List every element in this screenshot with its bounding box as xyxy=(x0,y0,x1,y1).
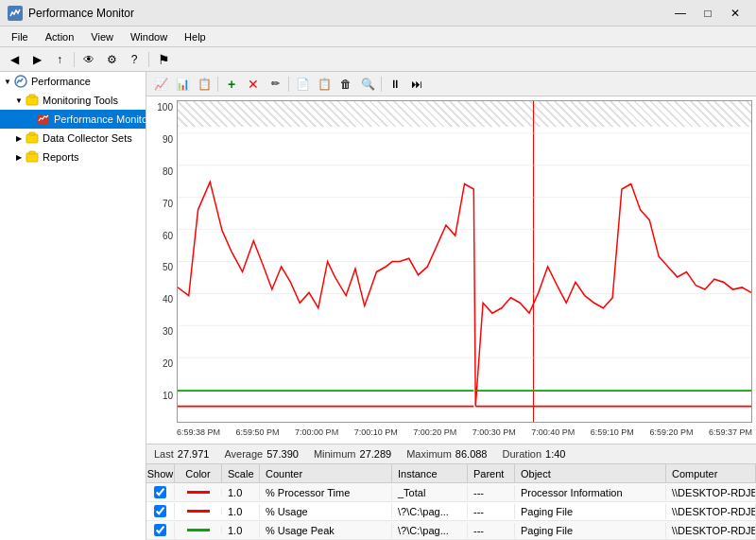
td-object-1: Processor Information xyxy=(515,485,666,500)
perf-monitor-icon xyxy=(36,112,51,127)
show-checkbox-2[interactable] xyxy=(154,505,166,517)
x-label-5: 7:00:30 PM xyxy=(472,427,516,437)
td-show-1[interactable] xyxy=(146,484,175,500)
th-parent: Parent xyxy=(468,464,515,482)
x-label-7: 6:59:10 PM xyxy=(591,427,634,437)
update-button[interactable]: ⏭ xyxy=(406,74,427,95)
sidebar-item-data-collector-sets[interactable]: ▶ Data Collector Sets xyxy=(0,129,146,148)
th-scale: Scale xyxy=(222,464,260,482)
table-header: Show Color Scale Counter Instance Parent… xyxy=(146,464,756,483)
menu-action[interactable]: Action xyxy=(38,29,82,44)
back-button[interactable]: ◀ xyxy=(4,49,25,70)
view-report-button[interactable]: 📋 xyxy=(194,74,215,95)
main-layout: ▼ Performance ▼ Monitoring Tools Perform… xyxy=(0,72,756,540)
zoom-button[interactable]: 🔍 xyxy=(357,74,378,95)
data-collector-icon xyxy=(25,131,40,146)
x-label-1: 6:59:50 PM xyxy=(236,427,280,437)
y-label-70: 70 xyxy=(163,199,173,209)
y-label-20: 20 xyxy=(163,358,173,369)
copy-button[interactable]: 📄 xyxy=(292,74,313,95)
color-swatch-2 xyxy=(187,510,210,513)
stats-bar: Last 27.971 Average 57.390 Minimum 27.28… xyxy=(146,444,756,464)
min-label: Minimum xyxy=(314,448,356,460)
td-counter-3: % Usage Peak xyxy=(260,523,392,538)
graph-area[interactable] xyxy=(177,100,752,423)
show-checkbox-3[interactable] xyxy=(154,524,166,536)
performance-graph xyxy=(178,101,751,422)
sidebar-item-performance-monitor[interactable]: Performance Monitor xyxy=(0,110,146,129)
minimize-button[interactable]: — xyxy=(667,4,694,23)
sidebar-label-performance: Performance xyxy=(31,76,91,87)
y-label-50: 50 xyxy=(163,262,173,272)
view-graph-button[interactable]: 📈 xyxy=(150,74,171,95)
expand-icon-dcs: ▶ xyxy=(13,132,25,144)
paste-button[interactable]: 📋 xyxy=(314,74,335,95)
table-row[interactable]: 1.0 % Processor Time _Total --- Processo… xyxy=(146,483,756,502)
svg-rect-2 xyxy=(29,95,35,97)
delete-counter-button[interactable]: ✕ xyxy=(243,74,264,95)
y-axis: 100 90 80 70 60 50 40 30 20 10 xyxy=(150,100,177,440)
x-label-2: 7:00:00 PM xyxy=(295,427,338,437)
highlight-button[interactable]: ✏ xyxy=(265,74,285,95)
table-row[interactable]: 1.0 % Usage \?\C:\pag... --- Paging File… xyxy=(146,502,756,521)
maximize-button[interactable]: □ xyxy=(695,4,721,23)
show-hide-button[interactable]: 👁 xyxy=(78,49,99,70)
table-row[interactable]: 1.0 % Usage Peak \?\C:\pag... --- Paging… xyxy=(146,521,756,540)
td-instance-3: \?\C:\pag... xyxy=(392,523,468,538)
color-swatch-3 xyxy=(187,529,210,531)
main-toolbar: ◀ ▶ ↑ 👁 ⚙ ? ⚑ xyxy=(0,47,756,72)
forward-button[interactable]: ▶ xyxy=(26,49,47,70)
x-label-9: 6:59:37 PM xyxy=(709,427,752,437)
reports-icon xyxy=(25,149,40,165)
add-counter-button[interactable]: + xyxy=(221,74,242,95)
sidebar-item-reports[interactable]: ▶ Reports xyxy=(0,148,146,166)
expand-icon-perf-monitor xyxy=(25,113,36,125)
td-computer-3: \\DESKTOP-RDJB6GG xyxy=(666,523,756,538)
td-parent-1: --- xyxy=(468,485,515,500)
dur-value: 1:40 xyxy=(545,448,565,460)
td-show-3[interactable] xyxy=(146,522,175,538)
menu-help[interactable]: Help xyxy=(177,29,214,44)
th-instance: Instance xyxy=(392,464,468,482)
window-controls: — □ ✕ xyxy=(667,4,748,23)
sidebar-label-monitoring: Monitoring Tools xyxy=(43,95,118,106)
freeze-button[interactable]: ⏸ xyxy=(385,74,405,95)
menu-view[interactable]: View xyxy=(83,29,121,44)
td-show-2[interactable] xyxy=(146,503,175,519)
x-axis: 6:59:38 PM 6:59:50 PM 7:00:00 PM 7:00:10… xyxy=(177,423,752,440)
td-instance-1: _Total xyxy=(392,485,468,500)
y-label-100: 100 xyxy=(157,102,173,113)
dur-label: Duration xyxy=(503,448,542,460)
y-label-80: 80 xyxy=(163,166,173,177)
max-value: 86.088 xyxy=(455,448,488,460)
close-button[interactable]: ✕ xyxy=(722,4,748,23)
clear-button[interactable]: 🗑 xyxy=(335,74,356,95)
show-checkbox-1[interactable] xyxy=(154,486,166,498)
menu-window[interactable]: Window xyxy=(123,29,175,44)
td-computer-2: \\DESKTOP-RDJB6GG xyxy=(666,504,756,519)
avg-value: 57.390 xyxy=(266,448,299,460)
up-button[interactable]: ↑ xyxy=(49,49,70,70)
th-counter: Counter xyxy=(260,464,392,482)
last-label: Last xyxy=(154,448,174,460)
td-instance-2: \?\C:\pag... xyxy=(392,504,468,519)
td-scale-2: 1.0 xyxy=(222,504,260,519)
sidebar-item-monitoring-tools[interactable]: ▼ Monitoring Tools xyxy=(0,91,146,110)
properties-button[interactable]: ⚙ xyxy=(101,49,122,70)
view-histogram-button[interactable]: 📊 xyxy=(172,74,193,95)
sidebar-item-performance[interactable]: ▼ Performance xyxy=(0,72,146,91)
th-object: Object xyxy=(515,464,666,482)
flag-button[interactable]: ⚑ xyxy=(153,49,174,70)
y-label-60: 60 xyxy=(163,231,173,241)
last-value: 27.971 xyxy=(178,448,210,460)
sidebar-label-dcs: Data Collector Sets xyxy=(43,132,132,144)
app-icon xyxy=(8,6,23,21)
th-color: Color xyxy=(175,464,222,482)
svg-rect-5 xyxy=(29,132,35,135)
td-parent-2: --- xyxy=(468,504,515,519)
help-button[interactable]: ? xyxy=(124,49,145,70)
menu-file[interactable]: File xyxy=(4,29,36,44)
y-label-40: 40 xyxy=(163,294,173,305)
chart-container: 100 90 80 70 60 50 40 30 20 10 xyxy=(146,96,756,444)
svg-rect-7 xyxy=(29,151,35,154)
